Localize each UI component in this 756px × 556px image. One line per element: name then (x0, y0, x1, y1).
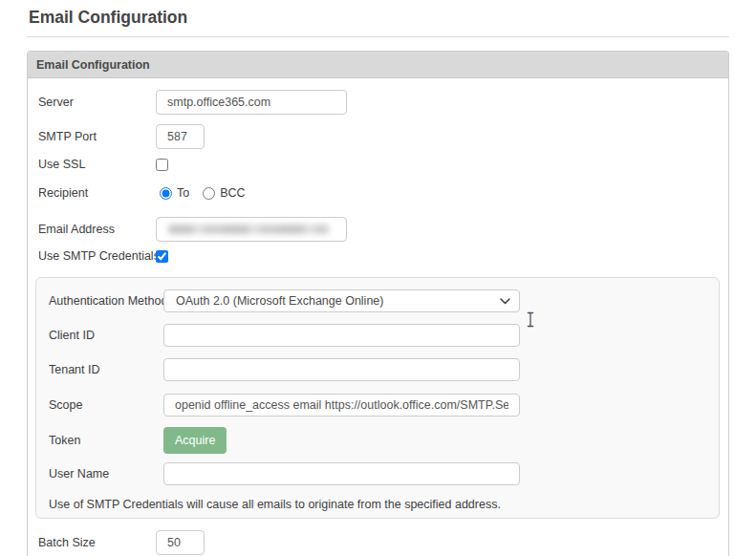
use-smtp-credentials-label: Use SMTP Credentials (38, 249, 156, 263)
use-smtp-credentials-checkbox[interactable] (156, 250, 168, 263)
batch-size-label: Batch Size (38, 536, 156, 549)
authentication-method-value: OAuth 2.0 (Microsoft Exchange Online) (176, 294, 383, 308)
authentication-method-select[interactable]: OAuth 2.0 (Microsoft Exchange Online) (163, 289, 520, 312)
email-configuration-page: Email Configuration Email Configuration … (0, 0, 756, 556)
authentication-method-row: Authentication Method OAuth 2.0 (Microso… (49, 289, 520, 312)
recipient-to-radio[interactable] (160, 187, 172, 200)
server-input[interactable] (156, 90, 347, 115)
redacted-email-value (168, 225, 329, 234)
authentication-method-label: Authentication Method (49, 294, 163, 308)
acquire-token-button[interactable]: Acquire (163, 427, 227, 454)
email-configuration-panel: Email Configuration Server SMTP Port Use… (27, 51, 729, 556)
recipient-bcc-label: BCC (220, 186, 245, 200)
tenant-id-label: Tenant ID (49, 363, 163, 376)
email-address-row: Email Address (38, 217, 347, 242)
batch-size-row: Batch Size (38, 530, 205, 555)
token-row: Token Acquire (49, 427, 227, 454)
use-ssl-label: Use SSL (38, 158, 156, 171)
token-label: Token (49, 434, 163, 447)
recipient-row: Recipient To BCC (38, 186, 246, 200)
batch-size-input[interactable] (156, 530, 205, 555)
text-cursor-icon (526, 311, 535, 331)
use-ssl-checkbox[interactable] (156, 159, 168, 171)
recipient-radio-group: To BCC (160, 186, 246, 200)
page-title: Email Configuration (29, 8, 187, 28)
recipient-to-label: To (177, 186, 189, 200)
server-label: Server (38, 96, 156, 109)
recipient-bcc-radio[interactable] (203, 187, 215, 200)
email-address-label: Email Address (38, 223, 156, 236)
use-smtp-credentials-row: Use SMTP Credentials (38, 249, 168, 263)
tenant-id-row: Tenant ID (49, 358, 520, 381)
smtp-credentials-note: Use of SMTP Credentials will cause all e… (49, 498, 501, 511)
tenant-id-input[interactable] (163, 358, 520, 381)
user-name-row: User Name (49, 462, 520, 485)
scope-label: Scope (49, 398, 163, 412)
title-divider (27, 36, 729, 37)
chevron-down-icon (500, 298, 510, 305)
user-name-label: User Name (49, 467, 163, 481)
panel-header: Email Configuration (28, 52, 728, 78)
client-id-row: Client ID (49, 324, 520, 347)
smtp-credentials-panel: Authentication Method OAuth 2.0 (Microso… (35, 277, 720, 519)
user-name-input[interactable] (163, 462, 520, 485)
server-row: Server (38, 90, 347, 115)
use-ssl-row: Use SSL (38, 158, 168, 171)
client-id-label: Client ID (49, 329, 163, 342)
client-id-input[interactable] (163, 324, 520, 347)
email-address-input[interactable] (156, 217, 347, 242)
smtp-port-input[interactable] (156, 124, 205, 149)
scope-row: Scope (49, 393, 520, 417)
smtp-port-label: SMTP Port (38, 130, 156, 143)
scope-input[interactable] (163, 394, 520, 417)
recipient-label: Recipient (38, 186, 156, 200)
smtp-port-row: SMTP Port (38, 124, 205, 149)
